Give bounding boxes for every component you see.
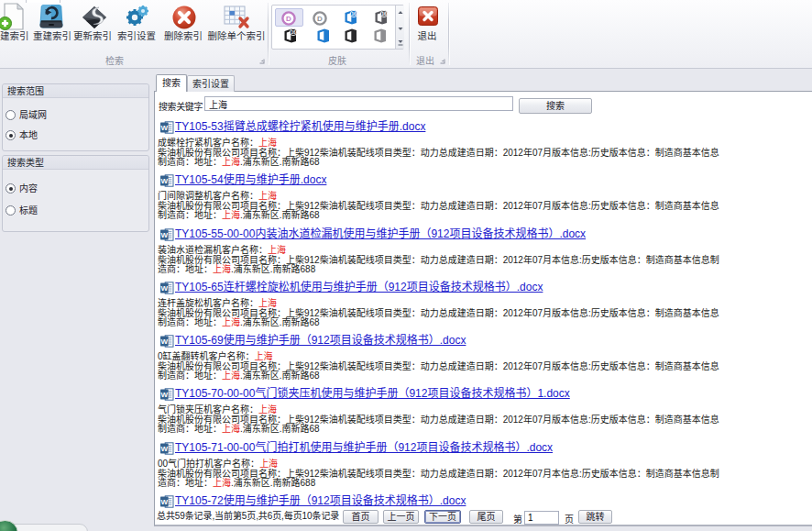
svg-text:W: W [161,498,169,506]
svg-text:16: 16 [381,12,387,17]
svg-text:16: 16 [291,30,296,35]
svg-text:W: W [161,231,169,239]
svg-text:W: W [161,284,169,293]
svg-text:D: D [317,15,323,23]
svg-text:W: W [161,337,169,346]
svg-text:W: W [161,124,169,132]
svg-text:D: D [286,15,291,23]
svg-text:16: 16 [351,12,357,17]
svg-text:W: W [161,177,169,185]
svg-text:W: W [161,445,169,453]
svg-text:W: W [161,391,169,399]
